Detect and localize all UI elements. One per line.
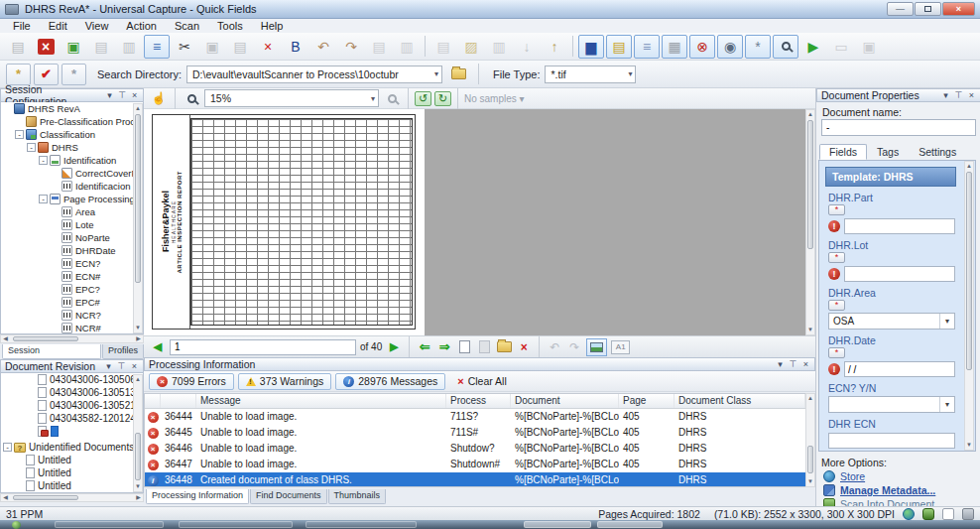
preview-icon[interactable]: ◉ <box>717 35 743 59</box>
table-vscrollbar[interactable]: ▲ ▼ <box>805 393 815 487</box>
acquire-icon[interactable]: ▣ <box>61 35 86 59</box>
expander-icon[interactable]: - <box>39 195 48 203</box>
messages-filter-button[interactable]: i 28976 Messages <box>335 373 445 390</box>
chevron-down-icon[interactable]: ▾ <box>939 397 954 412</box>
restore-button[interactable] <box>915 2 941 16</box>
tree-item-classification[interactable]: -Classification <box>1 128 143 141</box>
field-combo-dhr-area[interactable]: OSA▾ <box>828 313 955 330</box>
zoom-level-combo[interactable]: 15% ▾ <box>204 89 379 107</box>
replace-icon[interactable]: ▥ <box>394 35 420 59</box>
warnings-filter-button[interactable]: 373 Warnings <box>238 373 331 390</box>
chevron-down-icon[interactable]: ▾ <box>368 94 378 103</box>
pin-icon[interactable]: ⊤ <box>115 360 128 373</box>
history-forward-icon[interactable]: ↷ <box>566 338 582 356</box>
save-icon[interactable]: ▥ <box>486 35 512 59</box>
scrollbar-thumb[interactable] <box>13 495 78 500</box>
field-input-dhr-date[interactable] <box>844 361 955 377</box>
messages-pane-icon[interactable]: ≡ <box>634 35 660 59</box>
windows-taskbar[interactable] <box>0 520 980 529</box>
table-row[interactable]: ×36447Unable to load image.Shutdown#%[BC… <box>145 457 805 472</box>
token-button[interactable]: * <box>828 300 845 311</box>
link-manage-metadata[interactable]: Manage Metadata... <box>823 484 935 496</box>
close-icon[interactable]: × <box>128 360 141 373</box>
scrollbar-thumb[interactable] <box>807 120 813 249</box>
start-orb-icon[interactable] <box>12 521 21 529</box>
tree-item-ncr[interactable]: NCR? <box>1 309 143 322</box>
revision-item-item[interactable] <box>1 425 143 438</box>
tab-processing-information[interactable]: Processing Information <box>146 489 249 504</box>
next-document-icon[interactable]: ⇒ <box>436 338 452 356</box>
run-session-icon[interactable]: ▶ <box>800 35 826 59</box>
revision-item-043043006-1305210[interactable]: 043043006-1305210 <box>1 399 143 412</box>
field-input-dhr-ecn[interactable] <box>828 433 955 449</box>
image-viewer[interactable]: Fisher&Paykel HEALTHCARE ARTICLE INSPECT… <box>144 109 815 335</box>
revision-item-unidentified-documents[interactable]: -?Unidentified Documents <box>1 441 143 454</box>
tab-session-configuration[interactable]: Session Configuration <box>2 344 101 359</box>
menu-edit[interactable]: Edit <box>40 20 76 32</box>
move-to-folder-icon[interactable] <box>496 338 512 356</box>
rename-icon[interactable]: B <box>283 35 308 59</box>
field-input-dhr-part[interactable] <box>844 218 955 234</box>
token-button[interactable]: * <box>828 347 845 358</box>
revision-item-043043006-1305130[interactable]: 043043006-1305130 <box>1 386 143 399</box>
expander-icon[interactable]: - <box>39 156 48 165</box>
previous-page-icon[interactable]: ◀ <box>150 338 166 356</box>
scrollbar-thumb[interactable] <box>13 336 78 341</box>
scanner-icon[interactable]: ▤ <box>5 35 31 59</box>
field-combo-ecn-y-n[interactable]: ▾ <box>828 396 955 413</box>
scrollbar-thumb[interactable] <box>135 114 141 283</box>
tree-item-identificacion[interactable]: Identificacion <box>1 180 143 193</box>
menu-action[interactable]: Action <box>117 20 166 32</box>
tab-thumbnails[interactable]: Thumbnails <box>328 489 387 504</box>
viewer-vscrollbar[interactable]: ▲ ▼ <box>805 109 815 335</box>
import-icon[interactable]: ↓ <box>514 35 540 59</box>
browse-folder-button[interactable] <box>446 64 472 85</box>
errors-filter-button[interactable]: × 7099 Errors <box>149 373 234 390</box>
minimize-button[interactable]: — <box>887 2 914 16</box>
pin-icon[interactable]: ⊤ <box>787 358 799 371</box>
session-tree-vscrollbar[interactable]: ▲ ▼ <box>133 103 143 333</box>
find-errors-icon[interactable]: ⊗ <box>689 35 715 59</box>
session-tree-hscrollbar[interactable]: ◀ ▶ <box>0 334 144 343</box>
token-button[interactable]: * <box>828 252 845 263</box>
tree-item-ncr[interactable]: NCR# <box>1 322 143 334</box>
undo-icon[interactable]: ↶ <box>310 35 336 59</box>
menu-help[interactable]: Help <box>252 20 293 32</box>
zoom-in-icon[interactable] <box>182 89 201 107</box>
scrollbar-thumb[interactable] <box>135 433 141 480</box>
tab-settings[interactable]: Settings <box>909 144 966 160</box>
delete-icon[interactable]: × <box>255 35 281 59</box>
tree-item-ecn[interactable]: ECN? <box>1 257 143 270</box>
tab-fields[interactable]: Fields <box>819 144 867 160</box>
close-button[interactable]: × <box>942 2 975 16</box>
copy-icon[interactable]: ▣ <box>199 35 225 59</box>
menu-view[interactable]: View <box>76 20 118 32</box>
token-button[interactable]: * <box>828 204 845 215</box>
tree-item-pre-classification-processing[interactable]: Pre-Classification Processing <box>1 115 143 128</box>
tree-item-dhrs-reva[interactable]: DHRS RevA <box>1 102 143 115</box>
clear-all-button[interactable]: × Clear All <box>449 373 515 390</box>
taskbar-button[interactable] <box>306 521 417 528</box>
pan-hand-icon[interactable]: ☝ <box>149 89 169 107</box>
table-row[interactable]: i36448Created document of class DHRS.%[B… <box>145 472 805 487</box>
edit-document-icon[interactable]: ▤ <box>430 35 456 59</box>
tree-item-epc[interactable]: EPC? <box>1 283 143 296</box>
table-row[interactable]: ×36445Unable to load image.711S#%[BCNoPa… <box>145 425 805 441</box>
document-revision-hscrollbar[interactable]: ◀ ▶ <box>0 493 144 502</box>
rotate-right-icon[interactable]: ↻ <box>434 91 451 106</box>
validate-icon[interactable]: ✔ <box>34 64 59 85</box>
archive-icon[interactable]: ▤ <box>88 35 114 59</box>
close-icon[interactable]: × <box>799 358 812 371</box>
tree-item-area[interactable]: Area <box>1 205 143 218</box>
open-folder-icon[interactable]: ▨ <box>458 35 484 59</box>
table-row[interactable]: ×36446Unable to load image.Shutdow?%[BCN… <box>145 441 805 457</box>
chevron-down-icon[interactable]: ▾ <box>774 358 787 371</box>
tree-item-noparte[interactable]: NoParte <box>1 231 143 244</box>
menu-scan[interactable]: Scan <box>166 20 208 32</box>
process-pages-icon[interactable]: * <box>6 64 31 85</box>
scan-profiles-icon[interactable]: ≡ <box>144 35 170 59</box>
revision-item-untitled[interactable]: Untitled <box>1 479 143 492</box>
process-page-icon[interactable]: * <box>61 64 86 85</box>
file-type-combo[interactable]: *.tif ▾ <box>545 66 636 83</box>
close-icon[interactable]: × <box>128 89 141 102</box>
